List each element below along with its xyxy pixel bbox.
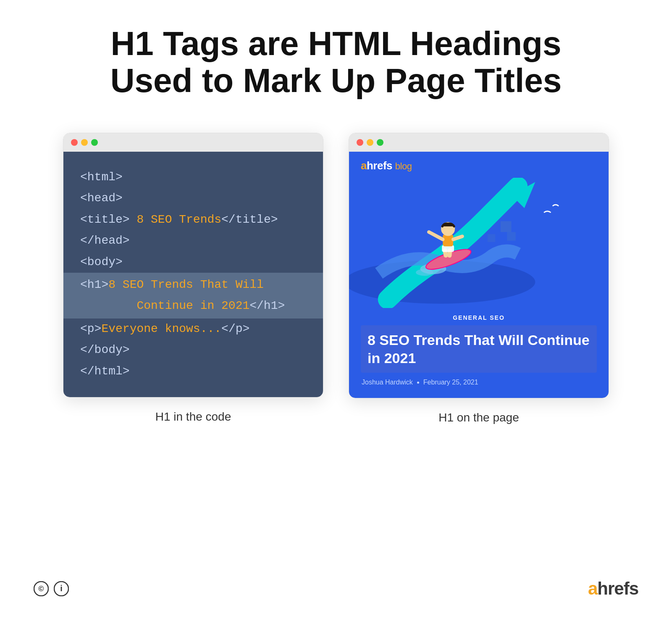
ahrefs-brand-footer: ahrefs xyxy=(588,579,638,599)
blog-illustration xyxy=(349,180,609,306)
blog-panel-caption: H1 on the page xyxy=(438,411,519,424)
blog-meta: Joshua Hardwick February 25, 2021 xyxy=(361,379,597,386)
blog-browser-window: ahrefs blog xyxy=(349,133,609,398)
illustration-svg xyxy=(349,178,609,308)
svg-rect-12 xyxy=(443,234,453,246)
dot-red xyxy=(71,139,78,146)
blog-header: ahrefs blog xyxy=(349,152,609,180)
svg-point-6 xyxy=(416,269,433,276)
code-line-9: </html> xyxy=(80,361,306,382)
blog-titlebar xyxy=(349,133,609,152)
svg-rect-4 xyxy=(488,234,496,242)
code-body: <html> <head> <title> 8 SEO Trends</titl… xyxy=(63,152,323,397)
brand-a: a xyxy=(588,579,597,598)
footer: © i ahrefs xyxy=(34,562,638,599)
logo-blog: blog xyxy=(395,161,412,171)
svg-line-13 xyxy=(429,232,443,240)
dot-yellow-blog xyxy=(367,139,373,146)
attribution-icon: i xyxy=(54,581,69,596)
page-title: H1 Tags are HTML Headings Used to Mark U… xyxy=(105,25,567,99)
logo-hrefs: hrefs xyxy=(367,159,392,172)
code-line-5: <body> xyxy=(80,252,306,273)
code-line-4: </head> xyxy=(80,230,306,251)
svg-text:i: i xyxy=(60,584,63,593)
code-browser-window: <html> <head> <title> 8 SEO Trends</titl… xyxy=(63,133,323,398)
footer-icons: © i xyxy=(34,581,69,596)
blog-body: ahrefs blog xyxy=(349,152,609,398)
code-line-2: <head> xyxy=(80,188,306,209)
dot-green-blog xyxy=(377,139,383,146)
code-line-1: <html> xyxy=(80,167,306,188)
blog-author: Joshua Hardwick xyxy=(362,379,413,386)
blog-category: GENERAL SEO xyxy=(361,314,597,321)
creative-commons-icon: © xyxy=(34,581,49,596)
blog-content: GENERAL SEO 8 SEO Trends That Will Conti… xyxy=(349,306,609,398)
svg-text:©: © xyxy=(38,585,44,593)
code-panel-caption: H1 in the code xyxy=(155,410,231,424)
svg-rect-2 xyxy=(501,221,512,232)
meta-dot xyxy=(417,382,419,384)
code-line-7: <p>Everyone knows...</p> xyxy=(80,319,306,340)
panels-row: <html> <head> <title> 8 SEO Trends</titl… xyxy=(34,133,638,424)
code-panel-wrapper: <html> <head> <title> 8 SEO Trends</titl… xyxy=(63,133,323,424)
code-line-6-highlighted: <h1>8 SEO Trends That Will Continue in 2… xyxy=(63,273,323,319)
logo-a: a xyxy=(361,159,367,172)
blog-date: February 25, 2021 xyxy=(423,379,478,386)
brand-hrefs: hrefs xyxy=(597,579,638,598)
code-titlebar xyxy=(63,133,323,152)
blog-post-title: 8 SEO Trends That Will Continue in 2021 xyxy=(361,325,597,373)
code-line-8: </body> xyxy=(80,340,306,361)
dot-green xyxy=(91,139,98,146)
blog-panel-wrapper: ahrefs blog xyxy=(349,133,609,424)
ahrefs-logo: ahrefs blog xyxy=(361,159,412,172)
dot-red-blog xyxy=(357,139,363,146)
code-line-3: <title> 8 SEO Trends</title> xyxy=(80,209,306,230)
svg-rect-3 xyxy=(507,232,516,241)
dot-yellow xyxy=(81,139,88,146)
